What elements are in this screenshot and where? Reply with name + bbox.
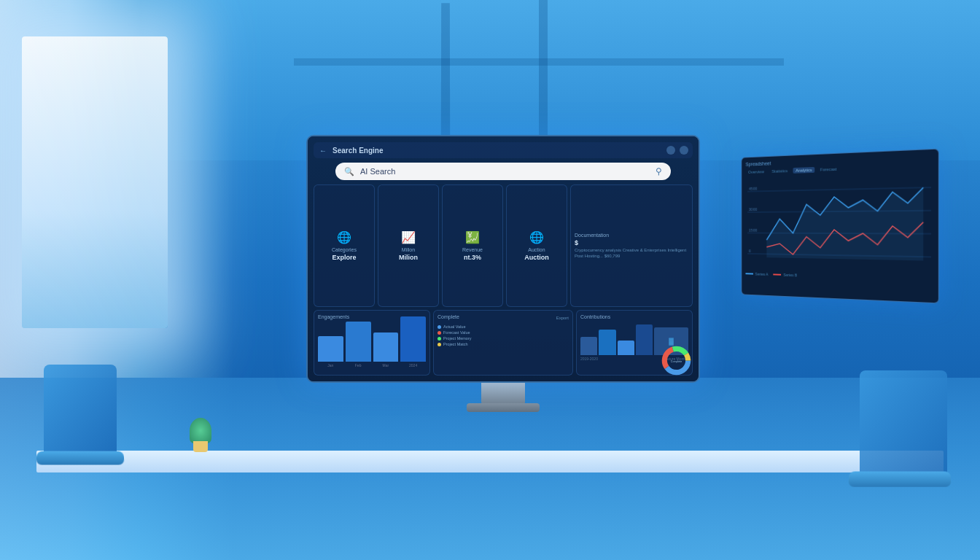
right-legend-item-2: Series B: [774, 273, 798, 278]
monitor-base: [467, 403, 540, 412]
dashboard-header: ← Search Engine: [314, 142, 693, 158]
bar-labels: Jan Feb Mar 2024: [318, 363, 426, 368]
legend-text-1: Actual Value: [443, 324, 465, 329]
metric-categories[interactable]: 🌐 Categories Explore: [314, 184, 375, 307]
bottom-row: Engagements Jan Feb Mar 2024: [314, 310, 693, 376]
legend-dot-1: [438, 325, 441, 329]
plant-leaves: [190, 418, 211, 443]
bar-label-mar: Mar: [373, 363, 399, 368]
legend-item-2: Forecast Value: [438, 330, 569, 335]
complete-card: Complete Export Actual Value Forecast Va…: [433, 310, 573, 376]
back-button[interactable]: ←: [318, 145, 328, 155]
right-legend: Series A Series B: [746, 271, 934, 281]
search-input-text[interactable]: AI Search: [360, 167, 650, 176]
bar-feb: [346, 322, 371, 362]
millon-label: Millon: [402, 247, 415, 252]
monitor-stand: [481, 383, 525, 405]
engagements-card: Engagements Jan Feb Mar 2024: [314, 310, 430, 376]
legend-item-1: Actual Value: [438, 324, 569, 329]
search-bar[interactable]: 🔍 AI Search ⚲: [335, 163, 671, 180]
plant-pot: [193, 441, 208, 452]
export-label[interactable]: Export: [556, 316, 569, 320]
contrib-bar-3: [618, 341, 634, 355]
svg-text:0: 0: [749, 249, 751, 253]
doc-desc: Cryptocurrency analysis Creative & Enter…: [575, 248, 688, 260]
search-submit-icon[interactable]: ⚲: [656, 166, 662, 176]
metric-revenue[interactable]: 💹 Revenue nt.3%: [442, 184, 503, 307]
doc-label: Documentation: [575, 233, 609, 238]
categories-label: Categories: [332, 247, 357, 252]
chair-left-seat: [36, 451, 124, 465]
categories-icon: 🌐: [337, 230, 351, 244]
legend-item-3: Project Memory: [438, 336, 569, 341]
bar-mar: [373, 332, 399, 362]
tab-overview[interactable]: Overview: [746, 168, 767, 175]
contrib-bar-1: [580, 337, 597, 355]
contributions-title: Contributions: [580, 314, 688, 319]
auction-icon: 🌐: [529, 230, 544, 244]
search-icon: 🔍: [344, 167, 354, 176]
chair-left: [29, 356, 146, 502]
svg-text:3000: 3000: [749, 207, 758, 211]
revenue-value: nt.3%: [464, 254, 481, 261]
header-icons: [666, 146, 688, 155]
right-legend-item-1: Series A: [746, 271, 769, 276]
dashboard: ← Search Engine 🔍 AI Search ⚲ 🌐 Categori…: [308, 136, 699, 381]
chair-right-seat: [848, 471, 951, 486]
revenue-icon: 💹: [465, 230, 480, 244]
contrib-bar-2: [599, 330, 615, 355]
bar-apr: [400, 316, 426, 362]
chair-right: [827, 370, 958, 516]
contrib-label-1: 2019-2020: [580, 357, 633, 361]
millon-icon: 📈: [401, 230, 416, 244]
window-light: [22, 36, 168, 328]
bar-chart: [318, 322, 426, 362]
desk: [36, 451, 944, 472]
tab-analytics[interactable]: Analytics: [793, 167, 815, 174]
header-icon-2[interactable]: [680, 146, 688, 155]
bar-label-apr: 2024: [400, 363, 426, 368]
chair-right-back: [860, 370, 947, 472]
millon-sub: Milion: [399, 254, 418, 261]
metric-auction[interactable]: 🌐 Auction Auction: [506, 184, 567, 307]
auction-sub: Auction: [524, 254, 549, 261]
svg-line-5: [747, 187, 931, 192]
ceiling-beam-1: [441, 3, 450, 147]
contrib-bar-4: [636, 324, 653, 355]
metric-millon[interactable]: 📈 Millon Milion: [378, 184, 439, 307]
legend-dot-4: [438, 343, 441, 346]
main-screen: ← Search Engine 🔍 AI Search ⚲ 🌐 Categori…: [306, 135, 700, 383]
right-legend-line-1: [746, 273, 753, 274]
complete-title: Complete: [438, 314, 459, 319]
ceiling-beam-2: [539, 0, 548, 146]
line-chart-area: [766, 187, 923, 260]
right-legend-line-2: [774, 273, 782, 275]
chair-left-back: [44, 365, 117, 452]
header-icon-1[interactable]: [666, 146, 675, 155]
legend-text-2: Forecast Value: [443, 330, 470, 335]
auction-label: Auction: [528, 247, 545, 252]
right-legend-label-1: Series A: [755, 272, 769, 276]
svg-text:4500: 4500: [749, 186, 758, 190]
bar-jan: [318, 336, 343, 362]
categories-sub: Explore: [332, 254, 356, 261]
right-line-chart: 4500 3000 1500 0: [746, 172, 934, 273]
dashboard-title: Search Engine: [332, 147, 383, 155]
doc-value: $: [575, 239, 578, 246]
ceiling-beam-cross: [294, 58, 784, 66]
revenue-label: Revenue: [462, 247, 483, 252]
bar-label-jan: Jan: [318, 363, 343, 368]
metrics-row: 🌐 Categories Explore 📈 Millon Milion 💹 R…: [314, 184, 693, 307]
tab-forecast[interactable]: Forecast: [817, 166, 839, 173]
right-legend-label-2: Series B: [783, 273, 797, 277]
legend-dot-3: [438, 337, 441, 341]
legend-dot-2: [438, 331, 441, 335]
right-screen: Spreadsheet Overview Statistics Analytic…: [741, 149, 938, 304]
main-monitor: ← Search Engine 🔍 AI Search ⚲ 🌐 Categori…: [306, 135, 700, 383]
tab-statistics[interactable]: Statistics: [769, 168, 790, 174]
svg-text:1500: 1500: [749, 228, 758, 233]
legend-text-3: Project Memory: [443, 336, 472, 341]
plant: [190, 416, 211, 452]
legend-text-4: Project Match: [443, 342, 468, 346]
metric-documentation[interactable]: Documentation $ Cryptocurrency analysis …: [570, 184, 693, 307]
